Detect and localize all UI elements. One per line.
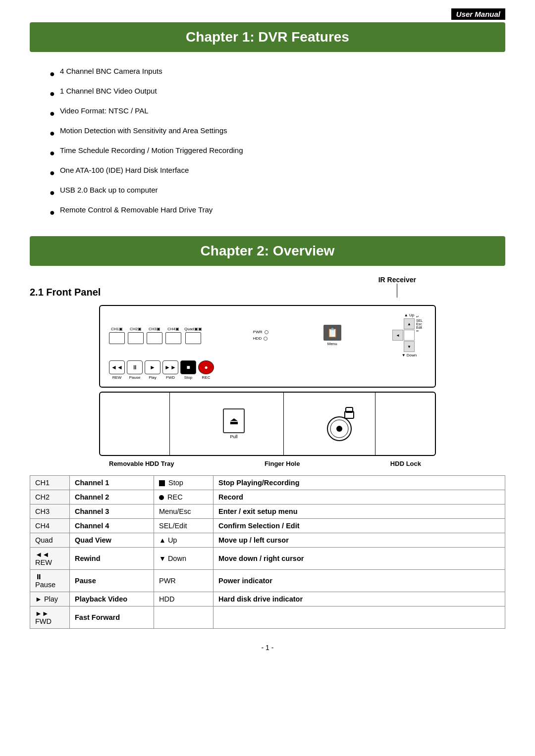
pwr-hdd-area: PWR HDD — [253, 330, 268, 341]
pause-label: Pause — [129, 375, 141, 380]
table-row: ⏸ Pause Pause PWR Power indicator — [30, 570, 505, 592]
pull-label: Pull — [230, 434, 237, 439]
col-pwr-desc: Power indicator — [214, 570, 505, 592]
feature-text: Video Format: NTSC / PAL — [60, 103, 149, 118]
list-item: ●USB 2.0 Back up to computer — [50, 183, 485, 202]
col-seledit-desc: Confirm Selection / Edit — [214, 519, 505, 533]
dpad-up-btn[interactable]: ▲ — [404, 318, 415, 329]
play-label: Play — [149, 375, 157, 380]
list-item: ●Motion Detection with Sensitivity and A… — [50, 123, 485, 142]
pwr-led: PWR — [253, 330, 268, 334]
dpad-corner-tl — [392, 318, 403, 329]
list-item: ●Remote Control & Removable Hard Drive T… — [50, 202, 485, 221]
ch3-button[interactable] — [147, 332, 162, 344]
col-ch4: CH4 — [30, 519, 70, 533]
bullet: ● — [50, 144, 55, 162]
ch1-label: CH1▣ — [109, 327, 125, 344]
stop-control: ■ Stop — [180, 360, 196, 380]
play-button[interactable]: ► — [145, 360, 160, 374]
table-row: CH4 Channel 4 SEL/Edit Confirm Selection… — [30, 519, 505, 533]
col-channel4: Channel 4 — [70, 519, 154, 533]
fwd-cell-icon: ►► — [35, 609, 49, 617]
col-up: ▲ Up — [154, 533, 214, 548]
col-seledit: SEL/Edit — [154, 519, 214, 533]
col-pause-cell: ⏸ Pause — [30, 570, 70, 592]
col-fwd-cell: ►► FWD — [30, 606, 70, 629]
stop-label: Stop — [184, 375, 192, 380]
col-down: ▼ Down — [154, 548, 214, 570]
ch4-button[interactable] — [165, 332, 181, 344]
table-row: ► Play Playback Video HDD Hard disk driv… — [30, 592, 505, 606]
col-down-desc: Move down / right cursor — [214, 548, 505, 570]
lock-area — [322, 406, 357, 441]
ch4-label: CH4▣ — [165, 327, 181, 344]
lock-icon — [322, 406, 357, 441]
chapter1-header: Chapter 1: DVR Features — [30, 22, 505, 52]
features-list: ●4 Channel BNC Camera Inputs ●1 Channel … — [50, 64, 485, 221]
rec-button[interactable]: ● — [198, 360, 214, 374]
feature-text: 4 Channel BNC Camera Inputs — [60, 64, 162, 79]
section-title: 2.1 Front Panel — [30, 287, 101, 298]
feature-text: One ATA-100 (IDE) Hard Disk Interface — [60, 163, 189, 178]
bullet: ● — [50, 124, 55, 142]
pause-control: ⏸ Pause — [127, 360, 143, 380]
chapter2-header: Chapter 2: Overview — [30, 236, 505, 266]
up-arrow-icon: ▲ — [159, 536, 166, 544]
front-panel-upper-diagram: CH1▣ CH2▣ CH3▣ CH4▣ — [99, 305, 436, 388]
col-hdd-desc: Hard disk drive indicator — [214, 592, 505, 606]
ir-receiver-label: IR Receiver — [378, 276, 416, 284]
dpad-corner-br — [415, 341, 426, 352]
sel-label: ↵ SEL — [416, 315, 426, 322]
quad-button[interactable] — [185, 332, 201, 344]
col-rew: ◄◄ REW — [30, 548, 70, 570]
tray-right-line — [375, 393, 375, 455]
user-manual-badge: User Manual — [30, 10, 505, 18]
col-empty3 — [154, 606, 214, 629]
lower-labels-row: Removable HDD Tray Finger Hole HDD Lock — [99, 460, 436, 467]
feature-text: Time Schedule Recording / Motion Trigger… — [60, 143, 243, 158]
rew-cell-icon: ◄◄ — [35, 551, 50, 558]
col-rec-desc: Record — [214, 490, 505, 504]
badge-text: User Manual — [451, 8, 505, 20]
col-menuesc-desc: Enter / exit setup menu — [214, 504, 505, 519]
bullet: ● — [50, 65, 55, 83]
list-item: ●4 Channel BNC Camera Inputs — [50, 64, 485, 83]
tray-left-line — [169, 393, 170, 455]
play-cell-icon: ► — [35, 595, 42, 603]
dpad-left-btn[interactable]: ◄ — [392, 330, 403, 341]
table-row: CH1 Channel 1 Stop Stop Playing/Recordin… — [30, 476, 505, 490]
rec-text: REC — [167, 493, 183, 501]
dpad-down-btn[interactable]: ▼ — [404, 341, 415, 352]
col-empty4 — [214, 606, 505, 629]
col-ch1: CH1 — [30, 476, 70, 490]
table-row: ►► FWD Fast Forward — [30, 606, 505, 629]
dpad-up-label: ▲ Up — [404, 313, 414, 317]
menu-book-icon[interactable]: 📋 — [323, 325, 341, 341]
ch1-button[interactable] — [109, 332, 125, 344]
rew-button[interactable]: ◄◄ — [109, 360, 125, 374]
col-ch3: CH3 — [30, 504, 70, 519]
edit-label: Edit — [416, 326, 422, 329]
esc-label: Esc — [416, 322, 422, 326]
rec-dot-icon — [159, 495, 164, 500]
col-fastforward: Fast Forward — [70, 606, 154, 629]
fwd-button[interactable]: ►► — [162, 360, 178, 374]
list-item: ●1 Channel BNC Video Output — [50, 84, 485, 102]
page-number: - 1 - — [30, 644, 505, 652]
feature-text: 1 Channel BNC Video Output — [60, 84, 157, 99]
dpad-corner-bl — [392, 341, 403, 352]
stop-button[interactable]: ■ — [180, 360, 196, 374]
dpad: ▲ ↵ SEL Esc Edit ✏ ◄ ▼ — [392, 318, 426, 352]
pause-button[interactable]: ⏸ — [127, 360, 143, 374]
chapter1-title: Chapter 1: DVR Features — [186, 29, 349, 45]
quad-label: Quad▣▣ — [184, 327, 202, 344]
features-table: CH1 Channel 1 Stop Stop Playing/Recordin… — [30, 475, 505, 629]
dpad-corner-tr — [415, 330, 426, 341]
fwd-control: ►► FWD — [162, 360, 178, 380]
pwr-led-circle — [265, 330, 268, 334]
col-channel2: Channel 2 — [70, 490, 154, 504]
col-quadview: Quad View — [70, 533, 154, 548]
finger-hole-label: Finger Hole — [265, 460, 300, 467]
ch2-button[interactable] — [128, 332, 144, 344]
pull-tray-area: ⏏ Pull — [223, 408, 245, 439]
